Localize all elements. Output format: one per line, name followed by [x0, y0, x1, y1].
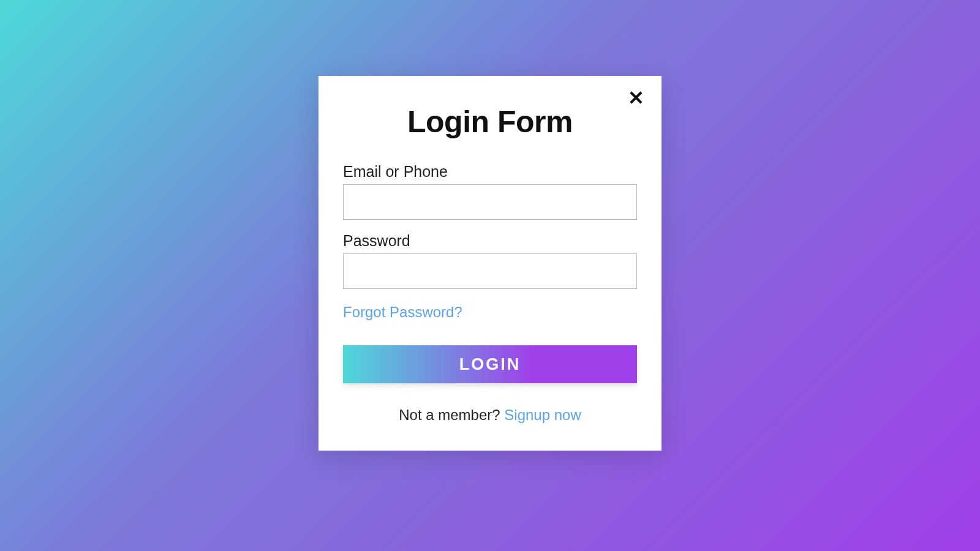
password-label: Password [343, 232, 637, 250]
modal-title: Login Form [343, 104, 637, 140]
login-modal: ✕ Login Form Email or Phone Password For… [318, 76, 662, 451]
signup-link[interactable]: Signup now [504, 407, 581, 423]
signup-prompt-row: Not a member? Signup now [343, 407, 637, 424]
signup-prompt-text: Not a member? [399, 407, 504, 423]
close-icon: ✕ [628, 87, 644, 109]
identity-field-group: Email or Phone [343, 163, 637, 220]
password-field-group: Password [343, 232, 637, 289]
forgot-password-link[interactable]: Forgot Password? [343, 304, 462, 321]
close-button[interactable]: ✕ [628, 88, 644, 108]
identity-input[interactable] [343, 184, 637, 220]
identity-label: Email or Phone [343, 163, 637, 181]
password-input[interactable] [343, 253, 637, 289]
login-button[interactable]: LOGIN [343, 345, 637, 383]
